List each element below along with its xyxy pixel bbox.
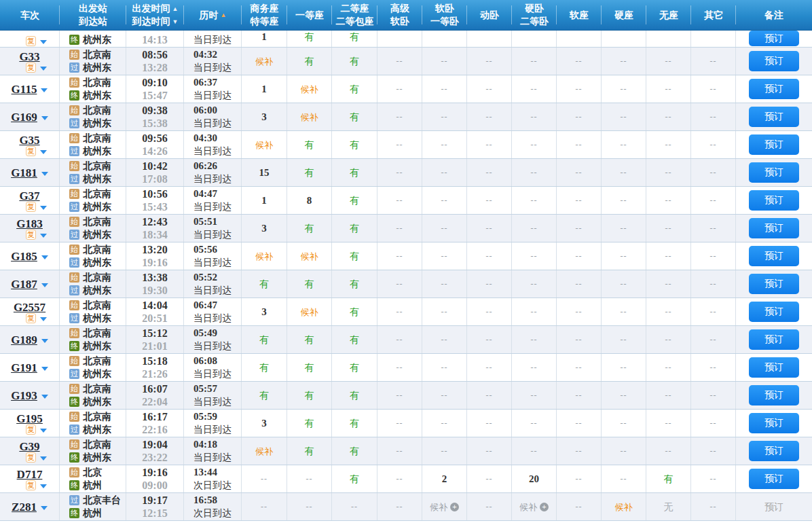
chevron-down-icon[interactable]: [40, 317, 47, 321]
seat-value: --: [665, 333, 672, 346]
sort-asc-icon[interactable]: ▲: [221, 12, 227, 18]
chevron-down-icon[interactable]: [41, 172, 48, 176]
train-number-link[interactable]: G169: [11, 111, 37, 124]
book-button[interactable]: 预订: [749, 162, 799, 183]
header-col-duration[interactable]: 历时▲: [184, 0, 242, 30]
sort-asc-icon[interactable]: ▲: [172, 5, 179, 12]
station-name: 杭州东: [83, 33, 111, 46]
seat-cell-hard-sleeper: --: [512, 48, 557, 75]
header-col-other: 其它: [691, 0, 736, 30]
remarks-cell: 预订: [736, 31, 812, 47]
book-button[interactable]: 预订: [749, 51, 799, 71]
chevron-down-icon[interactable]: [41, 395, 48, 399]
book-button[interactable]: 预订: [749, 357, 799, 378]
train-number-link[interactable]: G181: [11, 166, 37, 179]
seat-cell-second-class: 有: [332, 242, 377, 270]
seat-value: 有: [259, 278, 269, 291]
sort-desc-icon[interactable]: ▼: [172, 18, 179, 25]
train-number-link[interactable]: G193: [11, 389, 37, 402]
book-button[interactable]: 预订: [749, 31, 799, 46]
book-button[interactable]: 预订: [749, 190, 799, 211]
seat-value: 有: [350, 389, 359, 402]
remarks-cell: 预订: [736, 159, 812, 186]
station-name: 杭州东: [83, 117, 111, 130]
chevron-down-icon[interactable]: [41, 88, 48, 92]
seat-value: --: [441, 166, 448, 179]
train-sub-line: 复: [26, 452, 47, 463]
chevron-down-icon[interactable]: [41, 255, 48, 259]
seat-value: --: [621, 194, 627, 207]
train-number-link[interactable]: G115: [12, 83, 37, 96]
station-line: 始北京南: [60, 187, 126, 200]
seat-value: 8: [307, 194, 312, 207]
seat-value: --: [665, 278, 672, 291]
chevron-down-icon[interactable]: [41, 283, 48, 287]
duration-time: 06:08: [193, 355, 217, 367]
book-button[interactable]: 预订: [749, 79, 799, 99]
book-button[interactable]: 预订: [749, 413, 799, 433]
arrival-time: 15:47: [142, 89, 167, 102]
chevron-down-icon[interactable]: [40, 456, 47, 461]
seat-cell-first-class: 候补: [287, 298, 332, 325]
train-cell: G35复: [0, 131, 60, 158]
seat-value: --: [441, 306, 448, 319]
seat-cell-soft-sleeper: 2: [422, 465, 467, 492]
seat-value: --: [621, 333, 627, 346]
seat-cell-motor-sleeper: --: [467, 298, 512, 325]
train-number-link[interactable]: Z281: [12, 501, 37, 513]
chevron-down-icon[interactable]: [40, 150, 47, 154]
station-line: 过杭州东: [60, 145, 126, 158]
duration-box: 05:56当日到达: [193, 243, 232, 269]
book-button[interactable]: 预订: [749, 274, 799, 294]
seat-cell-soft-sleeper: --: [422, 131, 467, 158]
train-number-link[interactable]: G189: [11, 333, 37, 346]
book-button[interactable]: 预订: [749, 441, 799, 461]
train-cell: G169: [0, 103, 60, 130]
chevron-down-icon[interactable]: [40, 206, 47, 210]
chevron-down-icon[interactable]: [40, 484, 47, 488]
chevron-down-icon[interactable]: [41, 506, 48, 510]
seat-value: --: [710, 111, 717, 124]
book-button[interactable]: 预订: [749, 246, 799, 266]
seat-value: --: [486, 55, 493, 68]
chevron-down-icon[interactable]: [41, 116, 48, 120]
header-col-hard-sleeper: 硬卧二等卧: [512, 0, 557, 30]
chevron-down-icon[interactable]: [41, 367, 48, 371]
station-name: 北京丰台: [83, 494, 121, 507]
waitlist-add-icon[interactable]: +: [450, 503, 459, 511]
book-button[interactable]: 预订: [749, 107, 799, 127]
header-col-times[interactable]: 出发时间▲到达时间▼: [126, 0, 184, 30]
header-label: 软座: [570, 9, 589, 22]
book-button[interactable]: 预订: [749, 218, 799, 238]
train-number-link[interactable]: G185: [11, 250, 37, 263]
seat-cell-hard-sleeper: --: [512, 270, 557, 297]
chevron-down-icon[interactable]: [41, 339, 48, 343]
chevron-down-icon[interactable]: [40, 40, 47, 44]
book-button[interactable]: 预订: [749, 329, 799, 350]
seat-cell-motor-sleeper: --: [467, 75, 512, 103]
seat-value: --: [531, 222, 538, 235]
remarks-cell: 预订: [736, 493, 812, 520]
chevron-down-icon[interactable]: [40, 234, 47, 238]
book-button[interactable]: 预订: [749, 469, 799, 489]
seat-cell-hard-sleeper: --: [512, 75, 557, 103]
train-number-link[interactable]: G187: [11, 278, 37, 291]
waitlist-add-icon[interactable]: +: [540, 503, 549, 511]
train-number-link[interactable]: G191: [11, 361, 37, 374]
book-button[interactable]: 预订: [749, 302, 799, 322]
chevron-down-icon[interactable]: [40, 67, 47, 71]
train-cell: G193: [0, 382, 60, 409]
seat-value: --: [710, 417, 717, 430]
duration-time: 05:57: [193, 382, 217, 395]
departure-time: 16:07: [142, 382, 167, 395]
header-line: 二等包座: [336, 15, 374, 28]
book-button[interactable]: 预订: [749, 385, 799, 405]
station-name: 杭州东: [83, 312, 111, 325]
duration-time: 06:37: [193, 76, 217, 89]
book-button[interactable]: 预订: [749, 134, 799, 155]
departure-time: 15:18: [142, 355, 167, 367]
train-row-G189: G189始北京南终杭州东15:1221:0105:49当日到达有有有------…: [0, 326, 812, 354]
seat-value: 候补: [301, 250, 318, 263]
header-line: 硬座: [614, 9, 633, 22]
chevron-down-icon[interactable]: [40, 429, 47, 433]
